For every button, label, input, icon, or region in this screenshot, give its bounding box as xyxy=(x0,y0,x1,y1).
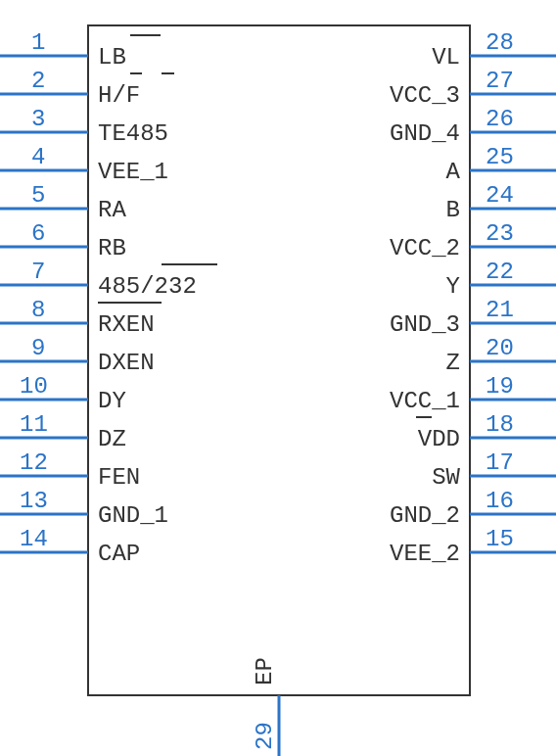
pin-number: 20 xyxy=(486,335,514,361)
pin-number: 14 xyxy=(20,526,48,552)
pin-number: 3 xyxy=(31,106,45,132)
pin-label: DZ xyxy=(98,426,126,452)
pin-number: 15 xyxy=(486,526,514,552)
pin-number: 11 xyxy=(20,411,48,438)
pin-number: 26 xyxy=(486,106,514,132)
pin-label: RA xyxy=(98,197,126,223)
pin-label: 485/232 xyxy=(98,273,197,300)
pin-number: 22 xyxy=(486,259,514,285)
pin-label: RXEN xyxy=(98,311,155,338)
pin-label: B xyxy=(446,197,460,223)
pin-number: 24 xyxy=(486,182,514,209)
pin-label: VEE_2 xyxy=(390,541,460,567)
pin-number: 9 xyxy=(31,335,45,361)
pin-number: 29 xyxy=(252,722,278,750)
pin-label: DXEN xyxy=(98,350,155,376)
pin-label: Z xyxy=(446,350,460,376)
pin-number: 5 xyxy=(31,182,45,209)
pin-label: CAP xyxy=(98,541,140,567)
pin-label: DY xyxy=(98,388,126,414)
pin-number: 25 xyxy=(486,144,514,170)
pin-number: 23 xyxy=(486,220,514,247)
pin-number: 21 xyxy=(486,297,514,323)
pin-label: GND_1 xyxy=(98,502,168,529)
pin-label: SW xyxy=(432,464,460,491)
pin-label: H/F xyxy=(98,82,140,109)
pin-number: 27 xyxy=(486,68,514,94)
pin-label: VCC_3 xyxy=(390,82,460,109)
pin-number: 10 xyxy=(20,373,48,400)
pin-number: 19 xyxy=(486,373,514,400)
pin-number: 1 xyxy=(31,29,45,56)
pin-label: TE485 xyxy=(98,120,168,147)
pin-number: 28 xyxy=(486,29,514,56)
pin-label: VEE_1 xyxy=(98,159,168,185)
pin-label: RB xyxy=(98,235,126,261)
pin-label: GND_3 xyxy=(390,311,460,338)
pin-label: GND_4 xyxy=(390,120,460,147)
pin-label: VL xyxy=(432,44,460,71)
pin-label: A xyxy=(446,159,461,185)
pin-number: 13 xyxy=(20,488,48,514)
pin-number: 12 xyxy=(20,449,48,476)
pin-number: 16 xyxy=(486,488,514,514)
pin-number: 2 xyxy=(31,68,45,94)
pin-number: 18 xyxy=(486,411,514,438)
pin-number: 17 xyxy=(486,449,514,476)
pin-label: VCC_1 xyxy=(390,388,460,414)
ic-pinout-diagram: 1LB2H/F3TE4854VEE_15RA6RB7485/2328RXEN9D… xyxy=(0,0,556,756)
pin-label: FEN xyxy=(98,464,140,491)
pin-label: EP xyxy=(252,657,278,685)
pin-label: VCC_2 xyxy=(390,235,460,261)
pin-number: 6 xyxy=(31,220,45,247)
pin-number: 7 xyxy=(31,259,45,285)
pin-label: VDD xyxy=(418,426,460,452)
pin-label: LB xyxy=(98,44,126,71)
pin-label: GND_2 xyxy=(390,502,460,529)
pin-label: Y xyxy=(446,273,460,300)
pin-number: 4 xyxy=(31,144,45,170)
pin-number: 8 xyxy=(31,297,45,323)
